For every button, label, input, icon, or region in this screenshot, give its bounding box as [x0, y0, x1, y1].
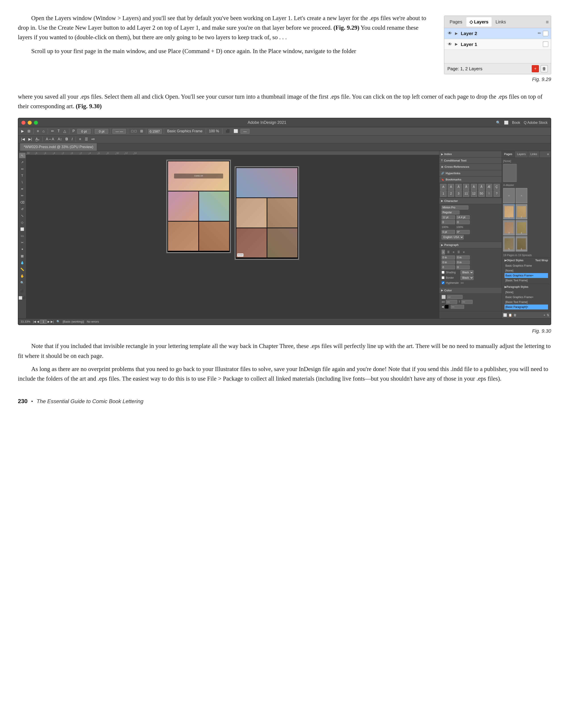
pages-tab-links[interactable]: Links: [528, 151, 540, 158]
shading-checkbox[interactable]: [442, 271, 444, 274]
space-after-input[interactable]: [456, 260, 470, 264]
object-styles-header[interactable]: ▶ Object Styles Text Wrap: [505, 258, 548, 262]
tb-zoom-2[interactable]: A̲ₐ: [34, 136, 40, 142]
layer-2-row[interactable]: 👁 ▶ Layer 2 ✏: [444, 28, 551, 39]
page-thumb-6[interactable]: 6: [516, 236, 527, 251]
glyph-cell[interactable]: 1: [440, 191, 446, 197]
glyph-cell[interactable]: 12: [471, 191, 477, 197]
page-number-input[interactable]: [40, 320, 47, 324]
tb-transform[interactable]: ⌂: [41, 128, 46, 134]
frame-tool[interactable]: ⬜: [19, 226, 25, 232]
align-center-btn[interactable]: ☰: [446, 250, 451, 255]
tracking-input[interactable]: [442, 220, 455, 224]
panel-arrows-icon[interactable]: ⇅: [547, 313, 549, 317]
pages-tab-pages[interactable]: Pages: [502, 151, 515, 158]
tb-baseline[interactable]: A↕: [57, 136, 63, 142]
nav-prev-btn[interactable]: ◀: [37, 319, 39, 324]
glyph-cell[interactable]: A: [440, 184, 446, 190]
pages-panel-menu[interactable]: ≡: [545, 151, 551, 158]
character-panel-header[interactable]: ▶ Character: [439, 198, 502, 204]
tb-select-tool[interactable]: ▶: [20, 128, 25, 134]
tb-char-space[interactable]: A↔A: [45, 136, 55, 142]
fill-swatch[interactable]: [442, 295, 446, 299]
nav-next-btn[interactable]: ▶: [48, 319, 50, 324]
panel-copy-icon[interactable]: 📋: [508, 313, 512, 317]
align-right-btn[interactable]: ≡: [452, 250, 455, 255]
hand-tool[interactable]: ✋: [19, 273, 25, 279]
delete-layer-button[interactable]: 🗑: [541, 65, 548, 72]
color-panel-header[interactable]: ▶ Color: [439, 287, 502, 294]
frame-type-toggle[interactable]: ⬜⬛: [19, 295, 25, 301]
tb-italic[interactable]: I: [71, 136, 74, 142]
search-icon[interactable]: 🔍: [496, 120, 500, 125]
panel-menu-button[interactable]: ≡: [546, 18, 549, 26]
para-style-basic-para[interactable]: [Basic Paragraph]+: [505, 305, 548, 309]
adobe-search[interactable]: Q Adobe Stock: [524, 120, 548, 125]
tb-frame-select[interactable]: Basic Graphics Frame: [166, 128, 204, 134]
para-style-basic-graphics[interactable]: Basic Graphics Frame+: [505, 295, 548, 300]
fill-box-black[interactable]: [445, 305, 449, 309]
free-transform-tool[interactable]: ✦: [19, 247, 25, 252]
eraser-tool[interactable]: ⌫: [19, 200, 25, 205]
glyph-cell[interactable]: Å: [478, 184, 485, 190]
tb-spread-control[interactable]: ⊞: [26, 128, 31, 134]
align-justify-btn[interactable]: ☰: [457, 250, 461, 255]
tb-fill[interactable]: ⬛: [224, 128, 231, 134]
tb-y-input[interactable]: [95, 129, 108, 134]
measure-tool[interactable]: 📏: [19, 267, 25, 272]
page-thumb-1[interactable]: 1: [503, 204, 515, 219]
stroke-type-icon[interactable]: ≡≡: [442, 300, 445, 304]
gap-tool[interactable]: ⇔: [19, 166, 25, 172]
kerning-input[interactable]: [456, 220, 470, 224]
rotate-tool[interactable]: ↺: [19, 206, 25, 212]
page-thumb-2[interactable]: 2: [516, 204, 527, 219]
pages-tab-layers[interactable]: Layers: [515, 151, 528, 158]
direct-select-tool[interactable]: ↗: [19, 160, 25, 165]
tb-align-center[interactable]: ☰: [84, 136, 89, 142]
space-before-input[interactable]: [442, 260, 455, 264]
tb-w-input[interactable]: [112, 129, 126, 134]
tb-bullet[interactable]: •≡: [90, 136, 96, 142]
align-left-btn[interactable]: ≡: [442, 250, 445, 255]
selection-tool[interactable]: ↖: [19, 153, 25, 158]
eyedropper-tool[interactable]: 💧: [19, 260, 25, 265]
tb-align-left[interactable]: ≡: [78, 136, 82, 142]
glyph-cell[interactable]: Æ: [486, 184, 492, 190]
rotation-input[interactable]: [456, 230, 470, 234]
panel-settings-icon[interactable]: +: [544, 313, 545, 317]
glyph-cell[interactable]: ?: [494, 191, 500, 197]
glyph-cell[interactable]: Ä: [471, 184, 477, 190]
right-indent-input[interactable]: [456, 255, 470, 259]
layer-1-row[interactable]: 👁 ▶ Layer 1: [444, 39, 551, 50]
document-tab[interactable]: *WW020-Press.indd @ 33% (GPU Preview): [20, 143, 97, 151]
add-layer-button[interactable]: +: [532, 65, 539, 72]
glyph-cell[interactable]: 3: [455, 191, 462, 197]
tab-layers[interactable]: ◇ Layers: [466, 17, 492, 27]
leading-input[interactable]: [456, 215, 470, 219]
tb-link[interactable]: □ □: [130, 128, 138, 134]
basic-text-frame-style[interactable]: [Basic Text Frame]: [505, 278, 548, 283]
nav-last-btn[interactable]: ▶|: [51, 319, 54, 324]
page-thumb-4[interactable]: 4: [516, 220, 527, 235]
tb-100pct[interactable]: 100 %: [208, 128, 220, 134]
shading-color-select[interactable]: Black: [461, 270, 473, 275]
color-end-input[interactable]: [451, 305, 464, 309]
tb-bold[interactable]: B: [64, 136, 69, 142]
stroke-value-input[interactable]: [446, 300, 457, 304]
tb-zoom-pct[interactable]: P: [71, 128, 76, 134]
border-checkbox[interactable]: [442, 276, 444, 279]
glyph-cell[interactable]: 11: [463, 191, 469, 197]
page-thumb-3[interactable]: 3: [503, 220, 515, 235]
index-panel-header[interactable]: ▶ Index: [439, 151, 502, 158]
font-size-input[interactable]: [442, 215, 455, 219]
close-window-button[interactable]: [21, 121, 25, 125]
tb-rotate[interactable]: ⊞: [139, 128, 144, 134]
layer-2-visibility-toggle[interactable]: 👁: [447, 31, 453, 36]
tb-x-input[interactable]: [77, 129, 91, 134]
tint-input[interactable]: [461, 300, 473, 304]
glyph-cell[interactable]: 2: [448, 191, 454, 197]
page-thumb-5[interactable]: 5: [503, 236, 515, 251]
panel-delete-icon[interactable]: 🗑: [513, 313, 517, 317]
fill-stroke[interactable]: ⬛: [19, 288, 25, 294]
minimize-window-button[interactable]: [28, 121, 32, 125]
